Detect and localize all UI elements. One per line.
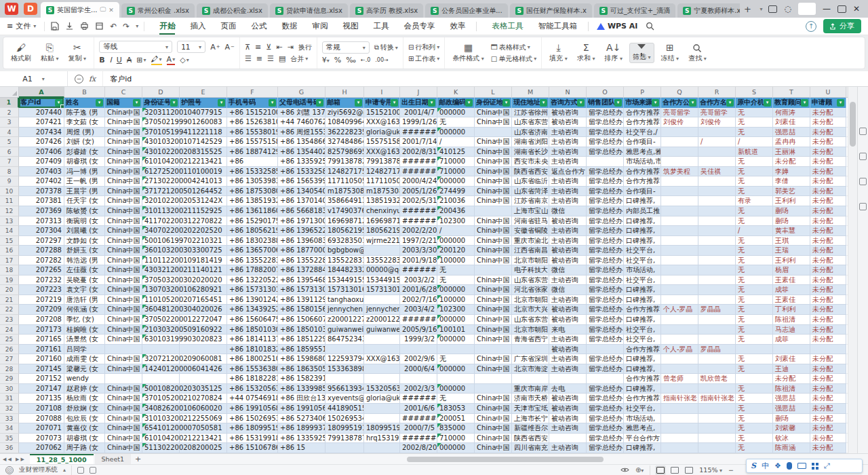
cell[interactable]: China中国 (105, 394, 142, 404)
decrease-indent-icon[interactable]: ⇤ (276, 43, 282, 52)
cell[interactable]: 留学总经办 (587, 108, 624, 118)
cell[interactable]: 社交平台,/ (624, 128, 661, 138)
row-number[interactable]: 9 (0, 176, 19, 187)
cell[interactable]: ziyi5692@q (326, 108, 364, 118)
cell[interactable]: 陈雨涵 (773, 443, 810, 453)
cell[interactable]: 32010220020531242X (142, 196, 180, 206)
cell[interactable] (549, 374, 587, 384)
cell[interactable]: gloria@uk (364, 394, 400, 404)
file-menu[interactable]: ≡ 文件▾ (7, 21, 40, 31)
cell[interactable]: / (698, 137, 736, 147)
header-cell[interactable]: 申请专用▾ (364, 98, 400, 108)
align-right-icon[interactable]: ☰ (267, 54, 274, 63)
cell[interactable]: 主动咨询 (549, 157, 587, 167)
cell[interactable] (661, 404, 698, 414)
cell[interactable] (661, 276, 698, 286)
cell[interactable]: 口碑推荐, (624, 216, 661, 227)
cell[interactable]: 主动咨询 (549, 236, 587, 246)
column-letter[interactable]: E (180, 87, 227, 98)
cell[interactable]: 文静如 (女 (64, 236, 105, 246)
file-tab[interactable]: S贷款申请信息.xlsx (270, 3, 348, 18)
row-number[interactable]: 30 (0, 384, 19, 394)
cell[interactable] (661, 137, 698, 147)
row-number[interactable]: 33 (0, 414, 19, 424)
cell[interactable]: 207223 (19, 285, 64, 295)
new-document-tab-button[interactable]: + (741, 4, 753, 14)
cell[interactable]: 左佳薇 (女 (64, 265, 105, 276)
page-layout-view-icon[interactable] (671, 467, 679, 474)
cell[interactable]: 430321200211140121 (142, 265, 180, 276)
cell[interactable]: 留学总经办 (587, 285, 624, 295)
cell[interactable] (105, 374, 142, 384)
cell[interactable]: China中国 (475, 315, 512, 325)
cell[interactable]: 被动咨询 (549, 414, 587, 424)
cell[interactable]: 留学总经办 (587, 315, 624, 325)
merge-cells-button[interactable]: 合并▾ (290, 54, 308, 64)
cell[interactable]: 陈子逸 (男 (64, 108, 105, 118)
cell[interactable]: 留学总经办 (587, 276, 624, 286)
cell[interactable]: 无 (736, 404, 773, 414)
cell[interactable]: 未分配 (810, 335, 846, 345)
cell[interactable]: +86 1850103098 (278, 325, 326, 335)
cell[interactable]: China中国 (105, 414, 142, 424)
filter-dropdown-button[interactable]: ▾ (502, 99, 510, 107)
ime-mode-chinese[interactable]: 中 (762, 461, 769, 471)
cell[interactable]: China中国 (475, 443, 512, 453)
cell[interactable]: 371721200501264452 (142, 187, 180, 197)
cell[interactable]: China中国 (105, 265, 142, 276)
tool-tab[interactable]: 智能工具箱 (531, 18, 584, 34)
cell[interactable] (698, 246, 736, 256)
cell[interactable]: 新航道 (736, 147, 773, 157)
cell[interactable] (180, 345, 227, 355)
cell[interactable]: 000000 (437, 335, 475, 345)
clipboard-status-icon[interactable] (77, 467, 84, 474)
cell[interactable]: 180562195 (326, 226, 364, 236)
cell[interactable]: China中国 (105, 434, 142, 444)
cell[interactable]: China中国 (475, 285, 512, 295)
row-number[interactable]: 20 (0, 285, 19, 295)
cell[interactable]: 未分配 (810, 364, 846, 375)
cell[interactable]: 207073 (19, 434, 64, 444)
cell[interactable]: 未分配 (810, 374, 846, 384)
cell[interactable]: 799138782 (364, 157, 400, 167)
row-number[interactable]: 36 (0, 443, 19, 453)
row-number[interactable]: 25 (0, 335, 19, 345)
cell[interactable]: China中国 (475, 226, 512, 236)
cell[interactable]: 未分配 (810, 256, 846, 266)
cell[interactable]: 124827175 (326, 167, 364, 177)
cell[interactable]: 成菲 (773, 285, 810, 295)
cell[interactable]: China中国 (475, 394, 512, 404)
cell[interactable]: 留学总经办 (587, 117, 624, 128)
cell[interactable]: 未分配 (773, 157, 810, 167)
cell[interactable]: China中国 (475, 137, 512, 147)
cell[interactable]: 未分配 (810, 157, 846, 167)
cell[interactable] (364, 364, 400, 375)
cell[interactable]: 未分配 (810, 137, 846, 147)
docer-logo-icon[interactable]: D (24, 3, 37, 15)
table-style-button[interactable]: 🗔︎ 表格样式▾ (491, 43, 536, 52)
sheet-tab[interactable]: 11_28_5_1000 (30, 454, 94, 464)
header-cell[interactable]: 现住地址▾ (512, 98, 549, 108)
cell[interactable]: chenxinyur (364, 206, 400, 216)
cell[interactable]: 362228235 (326, 128, 364, 138)
cell[interactable]: 新疆维吾尔 (512, 423, 549, 434)
cell[interactable] (661, 423, 698, 434)
cell[interactable]: 刘晨曦 (女 (64, 226, 105, 236)
cell[interactable] (475, 128, 512, 138)
cell[interactable]: 2002/8/20 (400, 443, 437, 453)
cell[interactable]: 内部员工推 (624, 206, 661, 216)
cell[interactable] (364, 443, 400, 453)
cell[interactable]: 留学总经办 (587, 137, 624, 147)
cell[interactable]: 207288 (19, 246, 64, 256)
cell[interactable]: +86 1339985047 (278, 384, 326, 394)
cell[interactable]: China中国 (105, 117, 142, 128)
justify-icon[interactable]: ▤ (279, 54, 285, 63)
filter-button-ribbon[interactable]: 筛选 ▾ (629, 43, 654, 63)
cell[interactable]: 207071 (19, 423, 64, 434)
cell[interactable]: 未分配 (810, 315, 846, 325)
cell[interactable]: 返点合作方 (549, 167, 587, 177)
strikethrough-button[interactable]: A (127, 56, 132, 64)
cell[interactable]: 合作项目- (624, 137, 661, 147)
cell[interactable]: 留学总经办 (587, 187, 624, 197)
cell[interactable] (698, 157, 736, 167)
